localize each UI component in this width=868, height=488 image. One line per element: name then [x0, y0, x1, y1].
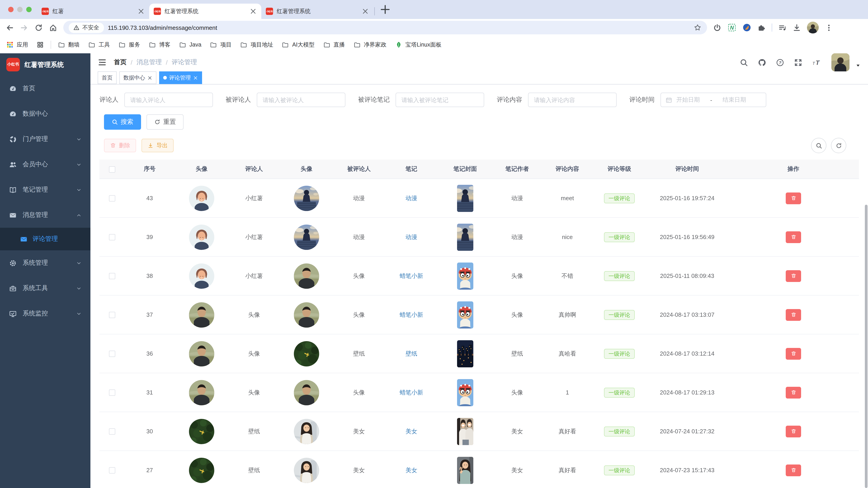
- row-checkbox[interactable]: [109, 467, 115, 474]
- note-link[interactable]: 美女: [405, 428, 417, 434]
- note-link[interactable]: 动漫: [405, 233, 417, 240]
- tag-close-icon[interactable]: [147, 75, 152, 80]
- tag-item[interactable]: 评论管理: [159, 71, 202, 84]
- font-size-icon[interactable]: TT: [812, 58, 822, 67]
- browser-tab-1[interactable]: 小红书 红薯: [37, 4, 149, 19]
- toggle-search-button[interactable]: [811, 138, 827, 153]
- row-checkbox[interactable]: [109, 195, 115, 202]
- sidebar-item[interactable]: 笔记管理: [0, 177, 90, 202]
- row-checkbox[interactable]: [109, 429, 115, 435]
- row-delete-button[interactable]: [786, 464, 801, 476]
- row-delete-button[interactable]: [786, 231, 801, 243]
- zoom-window-button[interactable]: [26, 7, 32, 12]
- row-delete-button[interactable]: [786, 348, 801, 359]
- apps-bookmark[interactable]: 应用: [6, 41, 28, 48]
- sidebar-item[interactable]: 数据中心: [0, 101, 90, 127]
- export-button[interactable]: 导出: [142, 139, 174, 152]
- note-link[interactable]: 蜡笔小新: [400, 272, 423, 279]
- back-button[interactable]: [5, 23, 14, 32]
- bookmark-folder[interactable]: 翻墙: [58, 41, 80, 48]
- bookmark-folder[interactable]: 工具: [88, 41, 110, 48]
- browser-tab-3[interactable]: 小红书 红薯管理系统: [261, 4, 373, 19]
- tag-item[interactable]: 首页: [98, 71, 117, 84]
- bookmark-folder[interactable]: 服务: [119, 41, 140, 48]
- home-button[interactable]: [49, 23, 57, 32]
- sidebar-item[interactable]: 消息管理: [0, 202, 90, 228]
- row-delete-button[interactable]: [786, 387, 801, 398]
- bookmark-folder[interactable]: 净界家政: [353, 41, 386, 48]
- row-checkbox[interactable]: [109, 273, 115, 280]
- tab-close-icon[interactable]: [250, 8, 257, 15]
- fullscreen-icon[interactable]: [794, 58, 802, 67]
- grid-bookmark[interactable]: [37, 41, 44, 48]
- github-icon[interactable]: [758, 58, 766, 67]
- tag-close-icon[interactable]: [193, 75, 198, 80]
- note-link[interactable]: 壁纸: [405, 350, 417, 357]
- bookmark-bt-panel[interactable]: 宝塔Linux面板: [395, 41, 441, 48]
- close-window-button[interactable]: [8, 7, 13, 12]
- extensions-icon[interactable]: [757, 23, 766, 32]
- delete-button[interactable]: 删除: [104, 139, 136, 152]
- media-playlist-icon[interactable]: [778, 23, 786, 32]
- address-bar[interactable]: 不安全 115.190.73.103/admin/message/comment: [63, 21, 707, 34]
- bookmark-folder[interactable]: 项目地址: [240, 41, 273, 48]
- content-input[interactable]: [528, 93, 617, 107]
- forward-button[interactable]: [20, 23, 29, 32]
- minimize-window-button[interactable]: [17, 7, 23, 12]
- commenter-input[interactable]: [124, 93, 213, 107]
- refresh-table-button[interactable]: [831, 138, 846, 153]
- note-link[interactable]: 蜡笔小新: [400, 311, 423, 318]
- bookmark-folder[interactable]: Java: [179, 41, 202, 48]
- breadcrumb-message[interactable]: 消息管理: [136, 58, 162, 66]
- row-delete-button[interactable]: [786, 425, 801, 437]
- sidebar-toggle-icon[interactable]: [98, 58, 107, 67]
- reload-button[interactable]: [34, 23, 43, 32]
- bookmark-folder[interactable]: AI大模型: [282, 41, 315, 48]
- row-delete-button[interactable]: [786, 309, 801, 321]
- sidebar-item[interactable]: 系统工具: [0, 275, 90, 301]
- row-delete-button[interactable]: [786, 270, 801, 282]
- note-input[interactable]: [396, 93, 484, 107]
- brush-extension-icon[interactable]: [742, 23, 751, 32]
- power-extension-icon[interactable]: [713, 23, 721, 32]
- breadcrumb-home[interactable]: 首页: [114, 58, 127, 66]
- sidebar-item[interactable]: 系统管理: [0, 250, 90, 275]
- bookmark-folder[interactable]: 直播: [323, 41, 345, 48]
- tag-item[interactable]: 数据中心: [119, 71, 156, 84]
- bookmark-folder[interactable]: 项目: [210, 41, 232, 48]
- browser-menu-icon[interactable]: [825, 23, 833, 32]
- note-link[interactable]: 美女: [405, 466, 417, 473]
- row-delete-button[interactable]: [786, 192, 801, 204]
- sidebar-item[interactable]: 会员中心: [0, 152, 90, 177]
- sidebar-item[interactable]: 系统监控: [0, 301, 90, 326]
- page-scrollbar[interactable]: [865, 205, 868, 488]
- header-search-icon[interactable]: [740, 58, 748, 67]
- user-menu-caret-icon[interactable]: [855, 63, 861, 68]
- browser-profile-avatar[interactable]: [807, 22, 819, 33]
- select-all-checkbox[interactable]: [109, 166, 115, 173]
- sidebar-item[interactable]: 评论管理: [0, 228, 90, 250]
- bookmark-folder[interactable]: 博客: [149, 41, 170, 48]
- row-checkbox[interactable]: [109, 351, 115, 357]
- bookmark-star-icon[interactable]: [693, 24, 702, 32]
- commentee-input[interactable]: [257, 93, 345, 107]
- browser-tab-2-active[interactable]: 小红书 红薯管理系统: [149, 4, 261, 19]
- sidebar-item[interactable]: 首页: [0, 76, 90, 101]
- notion-extension-icon[interactable]: N: [727, 23, 737, 32]
- user-avatar[interactable]: [831, 53, 849, 71]
- row-checkbox[interactable]: [109, 234, 115, 240]
- note-link[interactable]: 动漫: [405, 195, 417, 201]
- tab-close-icon[interactable]: [137, 8, 145, 15]
- search-button[interactable]: 搜索: [104, 114, 141, 130]
- row-checkbox[interactable]: [109, 312, 115, 318]
- note-link[interactable]: 蜡笔小新: [400, 389, 423, 396]
- help-icon[interactable]: ?: [776, 58, 784, 67]
- downloads-icon[interactable]: [793, 23, 801, 32]
- sidebar-item[interactable]: 门户管理: [0, 127, 90, 152]
- date-range-picker[interactable]: 开始日期 - 结束日期: [660, 93, 766, 107]
- security-chip[interactable]: 不安全: [69, 22, 104, 33]
- new-tab-button[interactable]: [377, 2, 393, 17]
- tab-close-icon[interactable]: [362, 8, 369, 15]
- row-checkbox[interactable]: [109, 390, 115, 396]
- reset-button[interactable]: 重置: [147, 114, 184, 130]
